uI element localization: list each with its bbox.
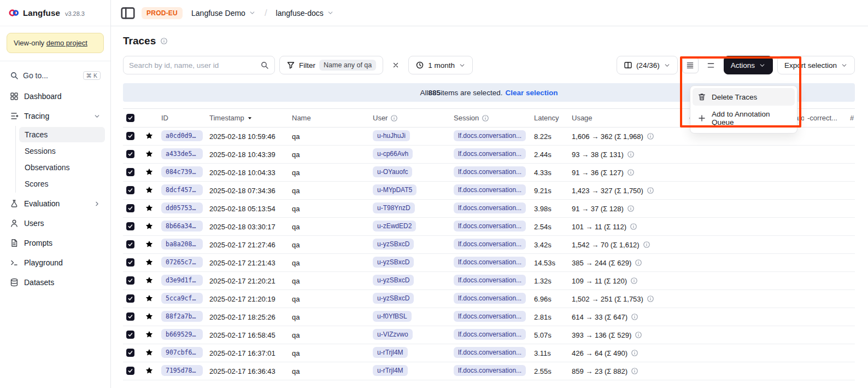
column-header-correct[interactable]: -correct... (804, 109, 847, 128)
search-input[interactable] (129, 61, 256, 70)
time-range-button[interactable]: 1 month (408, 56, 473, 74)
trace-id-badge[interactable]: 907cbf6e... (161, 347, 203, 358)
column-header-timestamp[interactable]: Timestamp (206, 109, 289, 128)
info-icon[interactable] (643, 241, 650, 248)
trace-id-badge[interactable]: dd05753... (161, 202, 203, 213)
sidebar-item-scores[interactable]: Scores (19, 176, 105, 192)
trace-id-badge[interactable]: 084c739... (161, 166, 203, 177)
row-checkbox[interactable] (126, 204, 134, 212)
user-id-badge[interactable]: u-yzSBxcD (373, 293, 414, 304)
info-icon[interactable] (647, 187, 654, 194)
user-id-badge[interactable]: u-huJhuJi (373, 130, 410, 141)
demo-project-link[interactable]: demo project (46, 39, 87, 47)
select-all-checkbox[interactable] (126, 114, 134, 122)
info-icon[interactable] (630, 277, 638, 285)
bookmark-star-icon[interactable] (145, 186, 154, 194)
column-header-name[interactable]: Name (289, 109, 370, 128)
info-icon[interactable] (390, 114, 398, 122)
user-id-badge[interactable]: u-rTrjl4M (373, 347, 408, 358)
user-id-badge[interactable]: u-yzSBxcD (373, 275, 414, 286)
table-row[interactable]: 7195d78e...2025-02-17 16:36:43qau-rTrjl4… (123, 362, 855, 380)
bookmark-star-icon[interactable] (145, 149, 154, 158)
session-id-badge[interactable]: lf.docs.conversation... (454, 257, 526, 268)
menu-item-delete-traces[interactable]: Delete Traces (693, 88, 795, 106)
table-row[interactable]: 5cca9cf2...2025-02-17 21:20:19qau-yzSBxc… (123, 290, 855, 308)
info-icon[interactable] (631, 313, 638, 321)
sidebar-item-prompts[interactable]: Prompts (5, 234, 105, 252)
bookmark-star-icon[interactable] (145, 258, 154, 267)
info-icon[interactable] (635, 331, 642, 339)
user-id-badge[interactable]: u-yzSBxcD (373, 257, 414, 268)
trace-id-badge[interactable]: 88f2a7b0... (161, 311, 203, 322)
row-checkbox[interactable] (126, 240, 134, 248)
session-id-badge[interactable]: lf.docs.conversation... (454, 365, 526, 376)
session-id-badge[interactable]: lf.docs.conversation... (454, 329, 526, 340)
info-icon[interactable] (160, 37, 168, 45)
user-id-badge[interactable]: u-cp66Avh (373, 148, 413, 159)
info-icon[interactable] (627, 205, 635, 212)
sidebar-toggle-button[interactable] (120, 5, 136, 21)
goto-search[interactable]: Go to... ⌘ K (5, 68, 105, 83)
clear-filter-button[interactable] (388, 57, 404, 73)
trace-id-badge[interactable]: a433de51... (161, 148, 203, 159)
user-id-badge[interactable]: u-f0YfBSL (373, 311, 412, 322)
bookmark-star-icon[interactable] (145, 222, 154, 230)
bookmark-star-icon[interactable] (145, 348, 154, 357)
user-id-badge[interactable]: u-OYauofc (373, 166, 412, 177)
sidebar-item-sessions[interactable]: Sessions (19, 143, 105, 159)
logo-row[interactable]: Langfuse v3.28.3 (0, 0, 110, 26)
bookmark-star-icon[interactable] (145, 204, 154, 212)
table-row[interactable]: 084c739...2025-02-18 10:04:33qau-OYauofc… (123, 164, 855, 182)
row-checkbox[interactable] (126, 150, 134, 158)
row-checkbox[interactable] (126, 258, 134, 267)
table-row[interactable]: dd05753...2025-02-18 05:13:54qau-T98YnzD… (123, 200, 855, 218)
trace-id-badge[interactable]: d3e9d1f2... (161, 275, 203, 286)
session-id-badge[interactable]: lf.docs.conversation... (454, 202, 526, 213)
trace-id-badge[interactable]: a0cd0d9... (161, 130, 203, 141)
table-row[interactable]: 88f2a7b0...2025-02-17 18:25:26qau-f0YfBS… (123, 308, 855, 326)
session-id-badge[interactable]: lf.docs.conversation... (454, 293, 526, 304)
sidebar-item-traces[interactable]: Traces (19, 127, 105, 142)
sidebar-item-observations[interactable]: Observations (19, 160, 105, 175)
column-visibility-button[interactable]: (24/36) (617, 56, 678, 74)
row-checkbox[interactable] (126, 331, 134, 339)
session-id-badge[interactable]: lf.docs.conversation... (454, 275, 526, 286)
info-icon[interactable] (631, 349, 638, 357)
session-id-badge[interactable]: lf.docs.conversation... (454, 239, 526, 250)
session-id-badge[interactable]: lf.docs.conversation... (454, 184, 526, 195)
row-checkbox[interactable] (126, 132, 134, 140)
info-icon[interactable] (627, 150, 635, 158)
org-switcher[interactable]: Langfuse Demo (188, 5, 259, 21)
column-header-latency[interactable]: Latency (531, 109, 568, 128)
info-icon[interactable] (647, 295, 654, 303)
row-height-expanded-button[interactable] (703, 57, 719, 73)
bookmark-star-icon[interactable] (145, 276, 154, 285)
project-switcher[interactable]: langfuse-docs (273, 5, 337, 21)
trace-id-badge[interactable]: 8b66a34... (161, 221, 203, 231)
table-row[interactable]: 8b66a34...2025-02-18 03:30:17qau-zEwdED2… (123, 218, 855, 236)
bookmark-star-icon[interactable] (145, 366, 154, 375)
column-header-usage[interactable]: Usage (568, 109, 685, 128)
session-id-badge[interactable]: lf.docs.conversation... (454, 166, 526, 177)
actions-button[interactable]: Actions (724, 56, 773, 74)
column-header-id[interactable]: ID (158, 109, 206, 128)
table-row[interactable]: 907cbf6e...2025-02-17 16:37:01qau-rTrjl4… (123, 344, 855, 362)
user-id-badge[interactable]: u-VIZzvwo (373, 329, 413, 340)
table-row[interactable]: 07265c7a...2025-02-17 21:21:43qau-yzSBxc… (123, 254, 855, 272)
filter-button[interactable]: Filter Name any of qa (279, 56, 383, 74)
info-icon[interactable] (627, 169, 635, 176)
sidebar-item-playground[interactable]: Playground (5, 254, 105, 271)
trace-id-badge[interactable]: 5cca9cf2... (161, 293, 203, 304)
trace-id-badge[interactable]: 8dcf4574... (161, 184, 203, 195)
session-id-badge[interactable]: lf.docs.conversation... (454, 130, 526, 141)
row-checkbox[interactable] (126, 367, 134, 375)
row-checkbox[interactable] (126, 168, 134, 176)
column-header-user[interactable]: User (370, 109, 450, 128)
row-checkbox[interactable] (126, 349, 134, 357)
table-row[interactable]: 8dcf4574...2025-02-18 07:34:36qau-MYpDAT… (123, 182, 855, 200)
user-id-badge[interactable]: u-yzSBxcD (373, 239, 414, 250)
info-icon[interactable] (630, 223, 637, 230)
row-checkbox[interactable] (126, 186, 134, 194)
row-checkbox[interactable] (126, 276, 134, 285)
table-row[interactable]: ba8a208f...2025-02-17 21:27:46qau-yzSBxc… (123, 236, 855, 254)
